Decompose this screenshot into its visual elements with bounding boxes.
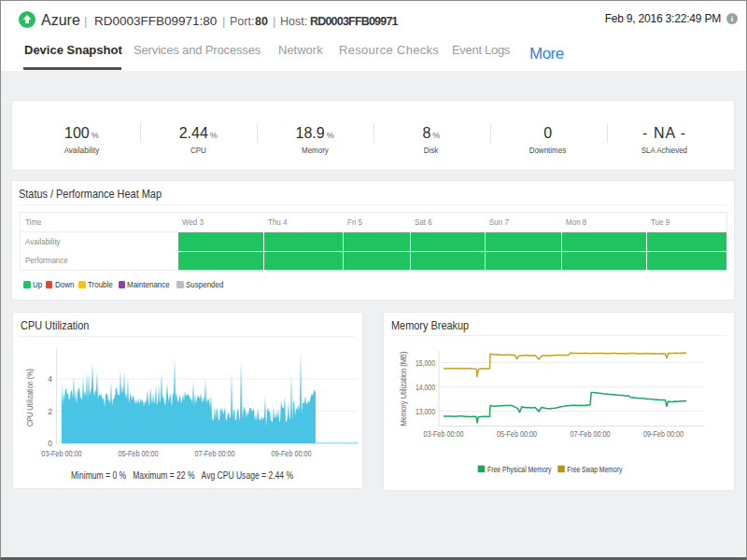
svg-text:09-Feb 00:00: 09-Feb 00:00 xyxy=(272,449,312,458)
svg-text:07-Feb 00:00: 07-Feb 00:00 xyxy=(195,449,235,458)
svg-text:Minimum = 0 % Maximum = 22 %: Minimum = 0 % Maximum = 22 % Avg CPU Usa… xyxy=(71,470,293,481)
svg-text:05-Feb 00:00: 05-Feb 00:00 xyxy=(497,429,537,439)
svg-text:03-Feb 00:00: 03-Feb 00:00 xyxy=(42,449,82,458)
svg-text:Memory Utilization (MB): Memory Utilization (MB) xyxy=(399,351,408,426)
svg-text:Free Physical Memory: Free Physical Memory xyxy=(487,465,552,474)
svg-text:13,000: 13,000 xyxy=(416,407,435,416)
svg-text:2: 2 xyxy=(48,407,52,416)
svg-text:07-Feb 00:00: 07-Feb 00:00 xyxy=(571,429,611,439)
svg-text:03-Feb 00:00: 03-Feb 00:00 xyxy=(424,429,464,439)
svg-text:0: 0 xyxy=(48,439,52,448)
svg-text:14,000: 14,000 xyxy=(416,383,435,392)
svg-text:CPU Utilization (%): CPU Utilization (%) xyxy=(25,369,35,427)
svg-text:05-Feb 00:00: 05-Feb 00:00 xyxy=(119,449,159,458)
svg-text:4: 4 xyxy=(48,374,52,384)
svg-text:Free Swap Memory: Free Swap Memory xyxy=(567,465,623,474)
svg-text:09-Feb 00:00: 09-Feb 00:00 xyxy=(643,429,684,439)
svg-text:15,000: 15,000 xyxy=(416,358,435,368)
